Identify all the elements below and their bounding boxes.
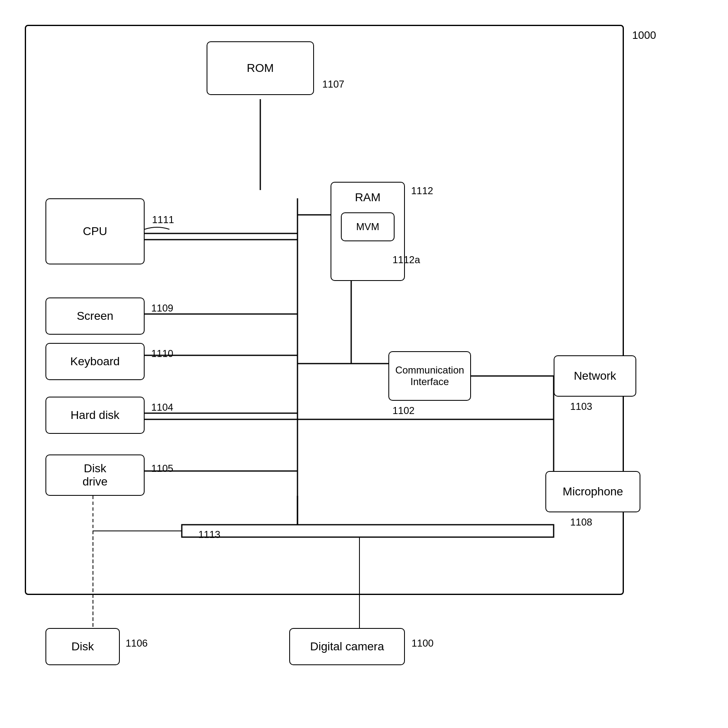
rom-label: ROM	[247, 62, 274, 75]
mvm-label: MVM	[356, 221, 379, 233]
ref-bus: 1113	[198, 529, 220, 540]
ref-microphone: 1108	[570, 516, 592, 528]
ram-label: RAM	[355, 191, 381, 204]
keyboard-label: Keyboard	[70, 355, 120, 368]
digital-camera-box: Digital camera	[289, 628, 405, 665]
keyboard-box: Keyboard	[45, 343, 145, 380]
microphone-box: Microphone	[545, 471, 640, 512]
cpu-label: CPU	[83, 225, 107, 238]
hard-disk-label: Hard disk	[71, 409, 119, 422]
rom-box: ROM	[207, 41, 314, 95]
screen-box: Screen	[45, 297, 145, 335]
microphone-label: Microphone	[563, 485, 623, 498]
ref-screen: 1109	[151, 302, 173, 314]
ref-1000: 1000	[632, 29, 656, 42]
ref-ram: 1112	[411, 185, 433, 197]
ref-rom: 1107	[322, 79, 344, 90]
screen-label: Screen	[77, 309, 114, 323]
disk-box: Disk	[45, 628, 120, 665]
mvm-box: MVM	[341, 212, 395, 241]
ref-cpu: 1111	[152, 214, 174, 226]
ram-box: RAM MVM	[331, 182, 405, 281]
ref-keyboard: 1110	[151, 348, 173, 359]
network-box: Network	[554, 355, 636, 397]
comm-interface-label: Communication Interface	[395, 364, 464, 388]
network-label: Network	[574, 369, 616, 383]
disk-drive-label: Disk drive	[83, 462, 108, 488]
disk-drive-box: Disk drive	[45, 454, 145, 496]
comm-interface-box: Communication Interface	[388, 351, 471, 401]
disk-label: Disk	[71, 640, 94, 653]
ref-disk-drive: 1105	[151, 463, 173, 474]
ref-disk: 1106	[126, 638, 148, 649]
diagram-container: 1000	[17, 17, 711, 711]
ref-mvm: 1112a	[393, 254, 420, 266]
cpu-box: CPU	[45, 198, 145, 264]
hard-disk-box: Hard disk	[45, 397, 145, 434]
ref-comm-interface: 1102	[393, 405, 414, 416]
ref-hard-disk: 1104	[151, 402, 173, 413]
ref-digital-camera: 1100	[412, 638, 433, 649]
digital-camera-label: Digital camera	[310, 640, 384, 653]
ref-network: 1103	[570, 401, 592, 412]
svg-rect-15	[182, 525, 554, 537]
